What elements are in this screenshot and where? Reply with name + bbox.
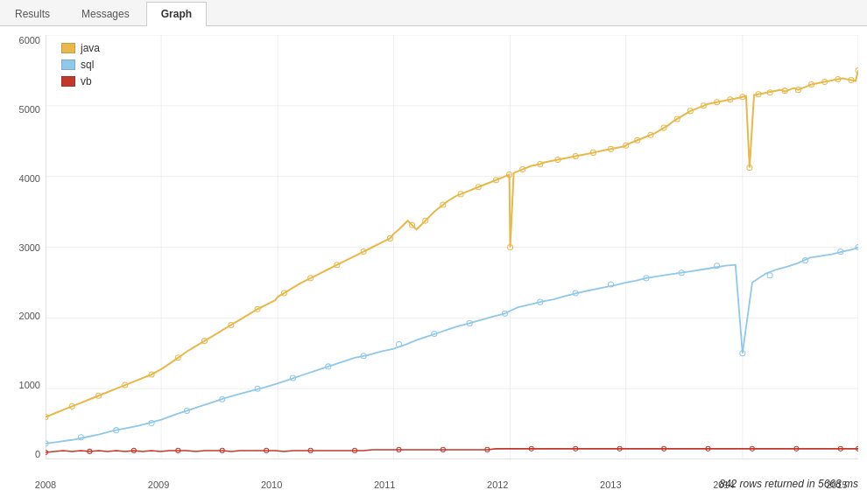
x-label-2013: 2013 [600,480,621,490]
chart-svg [46,35,858,459]
legend-item-sql: sql [61,59,100,71]
legend-label-java: java [81,42,100,54]
x-label-2008: 2008 [35,480,56,490]
java-line [46,70,858,416]
legend-item-java: java [61,42,100,54]
y-label-1000: 1000 [19,380,40,390]
x-label-2010: 2010 [261,480,282,490]
x-label-2012: 2012 [487,480,508,490]
legend-color-vb [61,76,75,87]
y-label-5000: 5000 [19,104,40,115]
y-label-0: 0 [35,449,40,459]
tab-messages[interactable]: Messages [67,2,144,25]
y-axis: 0 1000 2000 3000 4000 5000 6000 [0,35,46,459]
status-bar: 842 rows returned in 5668 ms [719,478,858,490]
tab-results[interactable]: Results [0,2,65,25]
tabs-bar: Results Messages Graph [0,0,867,26]
x-label-2011: 2011 [374,480,395,490]
vb-line [46,449,858,452]
y-label-4000: 4000 [19,173,40,184]
tab-graph[interactable]: Graph [146,2,207,26]
legend-color-sql [61,60,75,70]
y-label-6000: 6000 [19,35,40,46]
status-text: 842 rows returned in 5668 ms [719,478,858,490]
y-label-2000: 2000 [19,311,40,321]
y-label-3000: 3000 [19,242,40,253]
chart-wrapper: 0 1000 2000 3000 4000 5000 6000 java sql… [0,26,867,494]
legend-color-java [61,43,75,53]
sql-line [46,248,858,444]
legend-label-sql: sql [81,59,94,71]
svg-point-56 [767,273,772,278]
legend-label-vb: vb [81,75,92,88]
legend-item-vb: vb [61,75,100,88]
legend: java sql vb [61,42,100,88]
java-dots [46,67,858,419]
x-label-2009: 2009 [148,480,169,490]
